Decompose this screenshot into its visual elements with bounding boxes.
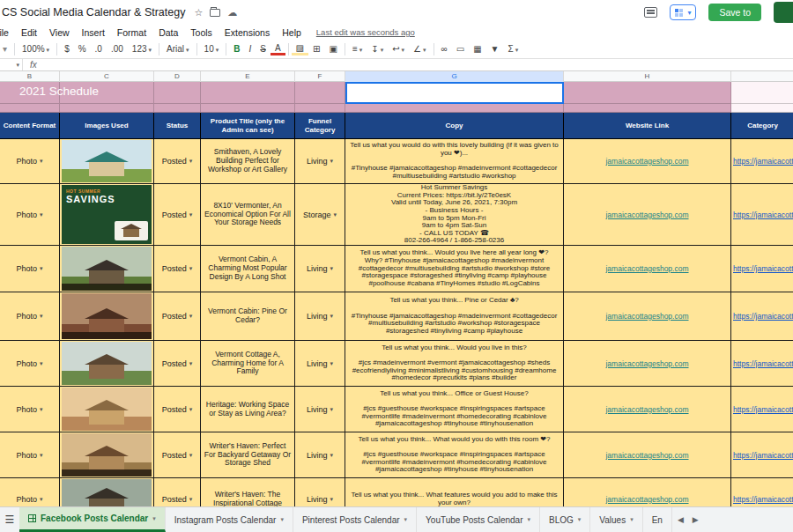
tab-menu-arrow-icon[interactable]: ▾ [404,516,408,523]
menu-extensions[interactable]: Extensions [219,27,276,38]
sheet-tab-values[interactable]: Values▾ [590,507,642,532]
website-link[interactable]: jamaicacottageshop.com [605,495,688,504]
sheet-tab-youtube[interactable]: YouTube Posts Calendar▾ [417,507,540,532]
tab-scroll-right-icon[interactable]: ▶ [693,515,699,524]
category-cell[interactable]: https://jamaicacottageshop [731,341,793,387]
content-format-cell[interactable]: Photo▾ [0,246,60,292]
menu-data[interactable]: Data [152,27,184,38]
content-format-cell[interactable]: Photo▾ [0,478,60,506]
star-icon[interactable]: ☆ [194,7,203,18]
copy-cell[interactable]: Tell us what you think... Would you live… [345,246,564,292]
header-content-format[interactable]: Content Format [0,113,60,139]
font-selector[interactable]: Arial▾ [162,44,194,54]
menu-insert[interactable]: Insert [76,27,111,38]
currency-format-button[interactable]: $ [60,44,74,54]
menu-view[interactable]: View [43,27,76,38]
comment-history-icon[interactable] [644,7,657,18]
header-copy[interactable]: Copy [345,113,564,139]
tab-menu-arrow-icon[interactable]: ▾ [528,516,531,523]
sheet-tab-partial[interactable]: En [643,507,672,532]
funnel-category-cell[interactable]: Living▾ [295,387,345,432]
dropdown-arrow-icon[interactable]: ▾ [40,211,43,218]
dropdown-arrow-icon[interactable]: ▾ [330,406,334,413]
tab-menu-arrow-icon[interactable]: ▾ [578,516,582,523]
category-cell[interactable]: https://jamaicacottageshop [731,139,793,184]
number-format-button[interactable]: 123▾ [128,44,156,54]
tab-menu-arrow-icon[interactable]: ▾ [630,516,634,523]
column-header-b[interactable]: B [0,71,60,82]
insert-chart-button[interactable]: ▦ [469,44,485,54]
website-link-cell[interactable]: jamaicacottageshop.com [564,432,731,478]
menu-edit[interactable]: Edit [15,27,43,38]
funnel-category-cell[interactable]: Living▾ [295,292,345,341]
dropdown-arrow-icon[interactable]: ▾ [189,496,193,503]
images-used-cell[interactable] [60,432,154,478]
product-title-cell[interactable]: Writer's Haven: The Inspirational Cottag… [201,478,295,506]
doc-title[interactable]: CS Social Media Calendar & Strategy [2,6,185,18]
website-link-cell[interactable]: jamaicacottageshop.com [564,292,731,341]
funnel-category-cell[interactable]: Storage▾ [295,184,345,246]
category-cell[interactable]: https://jamaicacottageshop [731,387,793,432]
sheet-tab-instagram[interactable]: Instagram Posts Calendar▾ [166,507,293,532]
category-link[interactable]: https://jamaicacottageshop [733,264,793,273]
category-cell[interactable]: https://jamaicacottageshop [731,478,793,506]
dropdown-arrow-icon[interactable]: ▾ [330,496,334,503]
funnel-category-cell[interactable]: Living▾ [295,432,345,478]
website-link-cell[interactable]: jamaicacottageshop.com [564,246,731,292]
images-used-cell[interactable] [60,292,154,341]
status-cell[interactable]: Posted▾ [154,432,201,478]
merge-cells-button[interactable]: ▣ [324,44,341,54]
dropdown-arrow-icon[interactable]: ▾ [189,158,193,165]
dropdown-arrow-icon[interactable]: ▾ [330,265,334,272]
column-header-c[interactable]: C [60,71,154,82]
horizontal-align-button[interactable]: ≡▾ [348,44,367,54]
product-title-cell[interactable]: Writer's Haven: Perfect For Backyard Get… [201,432,295,478]
sheet-tab-facebook[interactable]: Facebook Posts Calendar ▾ [19,507,166,532]
product-title-cell[interactable]: Heritage: Working Space or Stay as Livin… [201,387,295,432]
product-title-cell[interactable]: Vermont Cabin, A Charming Most Popular D… [201,246,295,292]
product-title-cell[interactable]: Vermont Cottage A, Charming Home for A F… [201,341,295,387]
dropdown-arrow-icon[interactable]: ▾ [189,265,193,272]
header-website-link[interactable]: Website Link [564,113,731,139]
website-link[interactable]: jamaicacottageshop.com [605,264,688,273]
decrease-decimal-button[interactable]: .0 [91,44,107,54]
zoom-control[interactable]: 100%▾ [18,44,54,54]
website-link-cell[interactable]: jamaicacottageshop.com [564,139,731,184]
status-cell[interactable]: Posted▾ [154,292,201,341]
copy-cell[interactable]: Tell us what you would do with this love… [345,139,564,184]
column-header-d[interactable]: D [154,71,201,82]
filter-button[interactable]: ▼ [486,44,504,54]
category-cell[interactable]: https://jamaicacottageshop [731,246,793,292]
menu-format[interactable]: Format [111,27,152,38]
move-folder-icon[interactable] [210,9,220,17]
website-link[interactable]: jamaicacottageshop.com [605,157,688,166]
share-button[interactable]: ▾ [670,4,696,20]
funnel-category-cell[interactable]: Living▾ [295,341,345,387]
dropdown-arrow-icon[interactable]: ▾ [189,360,193,367]
avatar[interactable] [774,2,793,23]
dropdown-arrow-icon[interactable]: ▾ [40,265,43,272]
menu-file[interactable]: File [0,27,15,38]
status-cell[interactable]: Posted▾ [154,246,201,292]
category-cell[interactable]: https://jamaicacottageshop [731,292,793,341]
column-header-f[interactable]: F [295,71,345,82]
insert-comment-button[interactable]: ▭ [452,44,469,54]
copy-cell[interactable]: Tell us what you think... What would you… [345,432,564,478]
status-cell[interactable]: Posted▾ [154,184,201,246]
website-link-cell[interactable]: jamaicacottageshop.com [564,478,731,506]
product-title-cell[interactable]: 8X10' Vermonter, An Economical Option Fo… [201,184,295,246]
text-rotation-button[interactable]: ∠▾ [409,44,430,54]
header-product-title[interactable]: Product Title (only the Admin can see) [201,113,295,139]
content-format-cell[interactable]: Photo▾ [0,184,60,246]
dropdown-arrow-icon[interactable]: ▾ [330,452,334,459]
category-link[interactable]: https://jamaicacottageshop [733,405,793,414]
website-link-cell[interactable]: jamaicacottageshop.com [564,387,731,432]
selected-cell[interactable] [345,82,564,104]
insert-link-button[interactable]: ∞ [437,44,452,54]
dropdown-arrow-icon[interactable]: ▾ [40,406,43,413]
column-header-g[interactable]: G [345,71,564,82]
content-format-cell[interactable]: Photo▾ [0,432,60,478]
product-title-cell[interactable]: Smithaven, A Lovely Building Perfect for… [201,139,295,184]
website-link[interactable]: jamaicacottageshop.com [605,359,688,368]
dropdown-arrow-icon[interactable]: ▾ [330,313,334,320]
